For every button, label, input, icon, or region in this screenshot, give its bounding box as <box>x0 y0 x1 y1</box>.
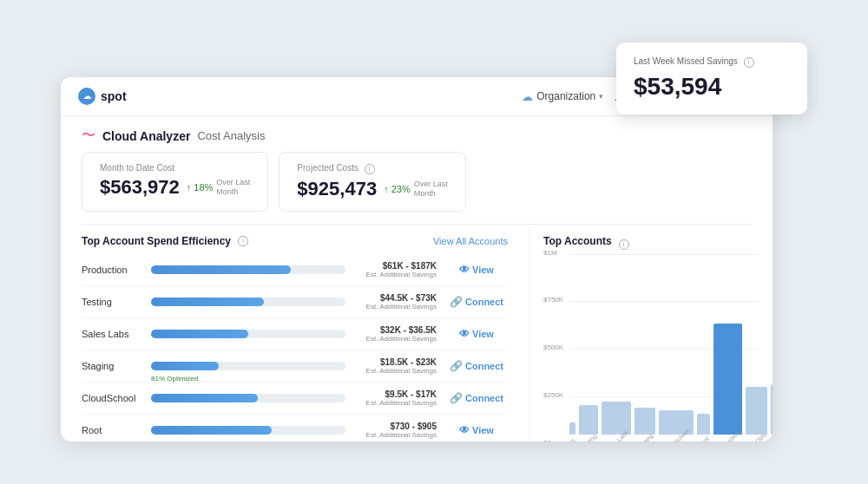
action-label: Connect <box>465 297 503 307</box>
bars-container: BITestingSales LabsStagingCloudSchoolRoo… <box>569 254 759 442</box>
chevron-down-icon: ▾ <box>599 92 603 101</box>
account-name: Staging <box>82 361 142 371</box>
account-name: Testing <box>82 297 142 307</box>
eye-icon: 👁 <box>459 264 470 276</box>
y-axis-label: $750K <box>543 296 563 304</box>
link-icon: 🔗 <box>450 296 463 308</box>
account-bar-fill <box>151 426 272 435</box>
account-row: Testing$44.5K - $73KEst. Additional Savi… <box>82 286 508 318</box>
savings-range: $44.5K - $73K <box>354 293 437 303</box>
org-selector[interactable]: ☁ Organization ▾ <box>522 90 603 103</box>
chart-bar <box>569 422 575 435</box>
savings-range: $9.5K - $17K <box>354 389 437 399</box>
savings-range: $18.5K - $23K <box>354 357 437 367</box>
efficiency-title-group: Top Account Spend Efficiency i <box>82 235 248 247</box>
action-label: View <box>472 265 494 275</box>
projected-trend-label: Over LastMonth <box>414 180 448 199</box>
y-axis-label: $250K <box>543 391 563 399</box>
projected-costs-card: Projected Costs i $925,473 ↑ 23% Over La… <box>279 152 465 212</box>
month-to-date-card: Month to Date Cost $563,972 ↑ 18% Over L… <box>82 152 268 212</box>
efficiency-title: Top Account Spend Efficiency <box>82 235 231 247</box>
chart-bar <box>771 384 773 435</box>
logo-area: ☁ spot <box>78 88 127 105</box>
chart-bar <box>602 402 632 434</box>
account-bar-container <box>151 394 345 402</box>
efficiency-panel: Top Account Spend Efficiency i View All … <box>61 226 529 442</box>
spot-logo-icon: ☁ <box>78 88 95 105</box>
savings-range: $32K - $36.5K <box>354 325 437 335</box>
action-button-connect[interactable]: 🔗Connect <box>445 389 508 408</box>
top-accounts-title: Top Accounts <box>543 235 612 247</box>
savings-label: Est. Additional Savings <box>354 335 437 343</box>
chart-bar-group: Root <box>697 414 710 441</box>
link-icon: 🔗 <box>450 360 463 372</box>
y-axis-label: $500K <box>543 343 563 351</box>
action-button-view[interactable]: 👁View <box>445 260 508 279</box>
chart-bar-label: BI <box>568 437 576 441</box>
chart-bar-group: BI <box>569 422 575 441</box>
trend-label: Over LastMonth <box>216 178 250 197</box>
account-row: Production$61K - $187KEst. Additional Sa… <box>82 254 508 286</box>
action-label: Connect <box>465 361 503 371</box>
account-list: Production$61K - $187KEst. Additional Sa… <box>61 254 529 442</box>
y-axis-label: $0 <box>543 439 551 442</box>
missed-savings-card: Last Week Missed Savings i $53,594 <box>616 43 807 114</box>
scene: ☁ spot ☁ Organization ▾ ☁ All accounts ▾… <box>61 25 807 459</box>
view-all-accounts-link[interactable]: View All Accounts <box>433 236 508 246</box>
chart-bar <box>579 405 598 435</box>
missed-savings-info-icon[interactable]: i <box>744 57 754 68</box>
savings-info: $44.5K - $73KEst. Additional Savings <box>354 293 437 311</box>
eye-icon: 👁 <box>459 328 470 340</box>
efficiency-info-icon[interactable]: i <box>238 236 248 246</box>
action-label: View <box>472 425 494 435</box>
month-to-date-value: $563,972 <box>100 176 180 199</box>
org-label: Organization <box>536 90 595 102</box>
trend-up-icon: ↑ 18% <box>187 182 214 193</box>
account-bar-container <box>151 265 345 274</box>
analyzer-subtitle: Cost Analysis <box>197 129 265 142</box>
savings-info: $9.5K - $17KEst. Additional Savings <box>354 389 437 407</box>
action-label: View <box>472 329 494 339</box>
missed-savings-label: Last Week Missed Savings i <box>634 56 790 68</box>
savings-range: $730 - $905 <box>354 422 437 431</box>
top-accounts-info-icon[interactable]: i <box>619 239 629 250</box>
savings-info: $730 - $905Est. Additional Savings <box>354 422 437 439</box>
info-icon[interactable]: i <box>365 164 375 174</box>
missed-savings-value: $53,594 <box>634 73 790 101</box>
chart-bar <box>713 324 742 435</box>
account-row: Staging81% Optimized$18.5K - $23KEst. Ad… <box>82 350 508 383</box>
logo-text: spot <box>101 89 127 103</box>
savings-label: Est. Additional Savings <box>354 303 437 311</box>
savings-range: $61K - $187K <box>354 261 437 271</box>
account-name: Sales Labs <box>82 329 142 339</box>
account-bar-fill <box>151 265 291 274</box>
action-button-view[interactable]: 👁View <box>445 324 508 343</box>
chart-bar-label: Root <box>697 435 710 441</box>
content-area: Top Account Spend Efficiency i View All … <box>61 226 773 442</box>
projected-trend-icon: ↑ 23% <box>384 184 411 194</box>
month-to-date-row: $563,972 ↑ 18% Over LastMonth <box>100 176 250 199</box>
account-bar-fill <box>151 362 219 370</box>
chart-bar-group: DevOps <box>746 387 767 441</box>
main-dashboard-card: ☁ spot ☁ Organization ▾ ☁ All accounts ▾… <box>61 77 773 441</box>
account-bar-container <box>151 330 345 338</box>
y-axis-label: $1M <box>543 249 557 257</box>
analyzer-header: 〜 Cloud Analyzer Cost Analysis <box>61 116 773 152</box>
chart-bar <box>635 408 655 435</box>
action-button-connect[interactable]: 🔗Connect <box>445 292 508 311</box>
action-button-view[interactable]: 👁View <box>445 421 508 440</box>
eye-icon: 👁 <box>459 424 470 436</box>
projected-value: $925,473 <box>297 178 377 200</box>
savings-label: Est. Additional Savings <box>354 271 437 278</box>
projected-costs-label: Projected Costs i <box>297 163 447 174</box>
metrics-row: Month to Date Cost $563,972 ↑ 18% Over L… <box>61 152 773 222</box>
account-bar-container <box>151 426 345 435</box>
projected-row: $925,473 ↑ 23% Over LastMonth <box>297 178 447 200</box>
top-accounts-header: Top Accounts i <box>543 235 759 254</box>
savings-info: $61K - $187KEst. Additional Savings <box>354 261 437 278</box>
chart-bar-group: Sales Labs <box>602 402 632 441</box>
link-icon: 🔗 <box>450 392 463 404</box>
chart-bar-group: Production <box>713 324 742 441</box>
chart-area: $1M$750K$500K$250K$0BITestingSales LabsS… <box>543 254 759 442</box>
action-button-connect[interactable]: 🔗Connect <box>445 356 508 376</box>
